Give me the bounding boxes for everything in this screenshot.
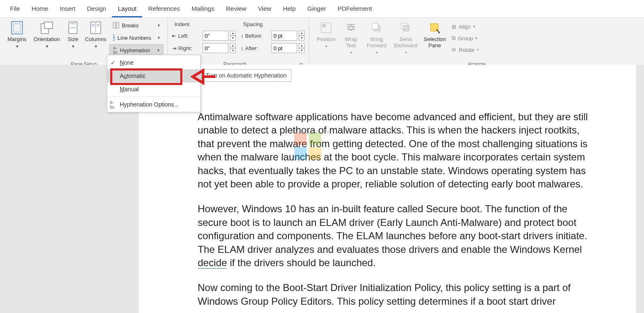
chevron-down-icon: ▾ [157, 48, 160, 52]
chevron-down-icon: ▾ [46, 44, 48, 49]
spacing-after-icon: ↕ [241, 45, 244, 51]
menu-item-hyphenation-options[interactable]: a-bc Hyphenation Options... [107, 98, 200, 111]
paragraph-1: Antimalware software applications have b… [198, 110, 599, 191]
indent-left-input[interactable] [203, 31, 228, 41]
selection-pane-button[interactable]: Selection Pane [421, 19, 448, 50]
menu-item-manual[interactable]: Manual [107, 82, 200, 96]
group-button[interactable]: ⧉Group▾ [449, 33, 482, 44]
align-icon: ⊞ [452, 24, 456, 30]
columns-button[interactable]: Columns ▾ [83, 19, 109, 50]
indent-header: Indent [172, 21, 236, 27]
spacing-header: Spacing [241, 21, 305, 27]
selection-pane-icon [428, 21, 441, 34]
svg-rect-12 [116, 22, 119, 28]
svg-rect-14 [322, 24, 326, 27]
orientation-button[interactable]: Orientation ▾ [31, 19, 63, 50]
check-icon: ✓ [111, 60, 115, 66]
position-icon [320, 21, 333, 34]
indent-left-spinner[interactable]: ▴▾ [230, 31, 236, 41]
indent-right-spinner[interactable]: ▴▾ [230, 43, 236, 53]
tab-layout[interactable]: Layout [112, 2, 142, 17]
tab-file[interactable]: File [4, 2, 26, 17]
line-numbers-button[interactable]: 12 Line Numbers ▾ [109, 32, 163, 44]
document-area: Antimalware software applications have b… [0, 65, 644, 313]
paragraph-3: Now coming to the Boot-Start Driver Init… [198, 281, 599, 308]
menu-item-none[interactable]: ✓ None [107, 56, 200, 69]
tab-ginger[interactable]: Ginger [302, 2, 332, 17]
spacing-before-icon: ↕ [241, 33, 244, 39]
margins-icon [10, 21, 24, 34]
ribbon: Margins ▾ Orientation ▾ Size ▾ [0, 18, 644, 69]
wrap-text-icon [344, 21, 358, 34]
svg-rect-1 [14, 24, 20, 32]
size-button[interactable]: Size ▾ [64, 19, 82, 50]
wrap-text-button[interactable]: Wrap Text▾ [340, 19, 362, 56]
chevron-down-icon: ▾ [16, 44, 18, 49]
hyphenation-options-icon: a-bc [110, 99, 115, 109]
spacing-after-spinner[interactable]: ▴▾ [299, 43, 305, 53]
tab-mailings[interactable]: Mailings [186, 2, 220, 17]
tab-view[interactable]: View [252, 2, 277, 17]
tab-review[interactable]: Review [220, 2, 252, 17]
paragraph-2: However, Windows 10 has an in-built feat… [198, 202, 599, 269]
chevron-down-icon: ▾ [158, 23, 160, 27]
send-backward-icon [399, 21, 412, 34]
breaks-button[interactable]: Breaks ▾ [109, 19, 163, 31]
tab-pdfelement[interactable]: PDFelement [332, 2, 378, 17]
position-button[interactable]: Position▾ [313, 19, 339, 50]
tab-references[interactable]: References [142, 2, 186, 17]
tab-design[interactable]: Design [81, 2, 112, 17]
tab-home[interactable]: Home [26, 2, 54, 17]
indent-right-input[interactable] [203, 43, 228, 53]
hyphenation-button[interactable]: a-bc Hyphenation ▾ [109, 44, 163, 56]
margins-button[interactable]: Margins ▾ [4, 19, 30, 50]
tooltip-hyphenation: Turn on Automatic Hyphenation [201, 69, 291, 82]
svg-rect-19 [403, 25, 409, 31]
svg-rect-11 [113, 22, 116, 28]
rotate-button[interactable]: ⟳Rotate▾ [449, 44, 482, 55]
chevron-down-icon: ▾ [95, 44, 97, 49]
spacing-before-input[interactable] [271, 31, 297, 41]
align-button[interactable]: ⊞Align▾ [449, 21, 482, 32]
bring-forward-icon [370, 21, 383, 34]
menu-item-automatic[interactable]: Automatic [107, 69, 200, 82]
tab-insert[interactable]: Insert [54, 2, 81, 17]
ribbon-tabs: File Home Insert Design Layout Reference… [0, 0, 644, 18]
chevron-down-icon: ▾ [158, 36, 160, 40]
columns-icon [89, 21, 102, 34]
tab-help[interactable]: Help [277, 2, 302, 17]
svg-rect-17 [372, 23, 378, 29]
line-numbers-icon: 12 [113, 34, 115, 41]
decide-word: decide [198, 257, 227, 269]
hyphenation-icon: a-bc [113, 46, 118, 55]
menu-separator [107, 97, 200, 97]
orientation-icon [40, 21, 53, 34]
indent-left-icon: ⇤ [172, 33, 177, 39]
size-icon [66, 21, 80, 34]
breaks-icon [113, 22, 119, 29]
group-arrange: Position▾ Wrap Text▾ Bring Forward▾ Send… [309, 18, 644, 69]
indent-right-icon: ⇥ [172, 45, 177, 51]
chevron-down-icon: ▾ [72, 44, 74, 49]
group-icon: ⧉ [452, 35, 455, 41]
hyphenation-menu: ✓ None Automatic Manual a-bc Hyphenation… [107, 55, 201, 112]
spacing-before-spinner[interactable]: ▴▾ [299, 31, 305, 41]
spacing-after-input[interactable] [271, 43, 297, 53]
send-backward-button[interactable]: Send Backward▾ [391, 19, 420, 56]
svg-rect-3 [44, 22, 53, 29]
rotate-icon: ⟳ [452, 47, 456, 53]
document-page[interactable]: Antimalware software applications have b… [139, 65, 636, 313]
bring-forward-button[interactable]: Bring Forward▾ [363, 19, 390, 56]
